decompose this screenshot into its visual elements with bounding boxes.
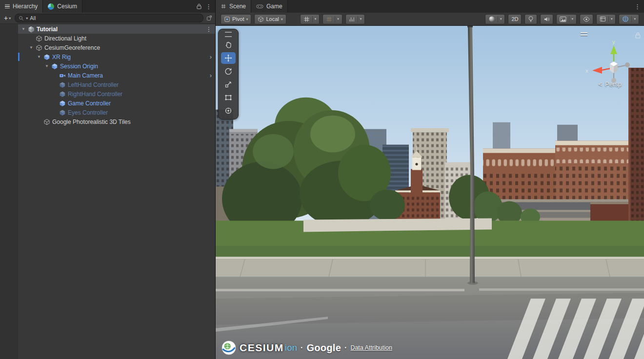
unity-editor-window: Hierarchy Cesium ⋮ + ▾ ▾: [0, 0, 644, 359]
hierarchy-item-cesiumgeoreference[interactable]: ▼CesiumGeoreference: [18, 43, 215, 52]
caret-down-icon[interactable]: ▾: [498, 16, 502, 22]
orientation-gizmo[interactable]: y x: [579, 39, 642, 97]
scene-toolbar: Pivot ▾ Local ▾ ▾ ▾ ▾: [216, 13, 644, 26]
hierarchy-item-label: RightHand Controller: [68, 91, 122, 98]
tab-scene-label: Scene: [229, 3, 246, 10]
search-icon: [19, 16, 24, 21]
view-hand-tool[interactable]: [221, 39, 236, 51]
tab-game-label: Game: [266, 3, 282, 10]
gizmos-dropdown-button[interactable]: ▾: [619, 14, 639, 24]
2d-label: 2D: [511, 16, 518, 22]
hierarchy-toolbar: + ▾ ▾ All: [0, 13, 215, 24]
scale-tool[interactable]: [221, 79, 236, 90]
hierarchy-item-label: XR Rig: [52, 54, 71, 60]
hierarchy-item-game-controller[interactable]: Game Controller: [18, 99, 215, 108]
snap-increment-button[interactable]: ▾: [345, 14, 365, 24]
tab-game[interactable]: Game: [251, 0, 288, 13]
hierarchy-item-xr-rig[interactable]: ▼XR Rig›: [18, 52, 215, 61]
window-popout-icon[interactable]: [206, 15, 212, 21]
panel-menu-icon: [5, 3, 10, 10]
camera-settings-button[interactable]: ▾: [596, 14, 616, 24]
grid-visibility-button[interactable]: ▾: [322, 14, 342, 24]
collapse-arrow-icon[interactable]: ▼: [27, 45, 35, 50]
transform-tool[interactable]: [221, 105, 236, 117]
lock-icon[interactable]: [197, 3, 201, 9]
hierarchy-item-session-origin[interactable]: ▼Session Origin: [18, 61, 215, 71]
data-attribution-link[interactable]: Data Attribution: [350, 344, 392, 351]
tab-scene[interactable]: Scene: [216, 0, 251, 13]
tools-overlay: [218, 29, 239, 120]
grid-snapping-button[interactable]: ▾: [300, 14, 320, 24]
scene-options-kebab-icon[interactable]: ⋮: [206, 26, 212, 33]
scene-viewport[interactable]: y x < Persp: [216, 26, 644, 359]
hierarchy-item-label: Tutorial: [37, 26, 58, 33]
hierarchy-item-directional-light[interactable]: Directional Light: [18, 34, 215, 43]
snap-increment-icon: [349, 16, 355, 22]
hierarchy-item-lefthand-controller[interactable]: LeftHand Controller: [18, 80, 215, 89]
gameobject-cube-icon: [35, 44, 43, 51]
scene-visibility-toggle[interactable]: [580, 14, 593, 24]
overlay-menu-icon[interactable]: [581, 31, 587, 37]
handle-orientation-button[interactable]: Local ▾: [254, 14, 286, 24]
caret-down-icon[interactable]: ▾: [358, 16, 362, 22]
effects-image-icon: [560, 16, 566, 22]
lightbulb-icon: [528, 16, 534, 22]
hierarchy-item-main-camera[interactable]: Main Camera›: [18, 71, 215, 80]
pivot-toggle-button[interactable]: Pivot ▾: [221, 14, 251, 24]
hierarchy-item-tutorial[interactable]: ▼Tutorial⋮: [18, 24, 215, 34]
overlay-drag-handle[interactable]: [225, 32, 232, 37]
prefab-edit-bar: [18, 53, 20, 61]
2d-view-toggle[interactable]: 2D: [508, 14, 522, 24]
tab-cesium[interactable]: Cesium: [43, 0, 82, 13]
collapse-arrow-icon[interactable]: ▼: [20, 27, 27, 31]
gameobject-cube-icon: [43, 118, 51, 125]
caret-down-icon[interactable]: ▾: [335, 16, 339, 22]
kebab-menu-icon[interactable]: ⋮: [205, 3, 212, 10]
move-tool[interactable]: [221, 52, 236, 64]
caret-down-icon: ▾: [9, 16, 11, 20]
tab-hierarchy[interactable]: Hierarchy: [0, 0, 43, 13]
scene-lighting-toggle[interactable]: [524, 14, 537, 24]
caret-down-icon[interactable]: ▾: [569, 16, 573, 22]
collapse-arrow-icon[interactable]: ▼: [35, 55, 43, 59]
hierarchy-item-label: Main Camera: [68, 72, 103, 79]
rotate-tool[interactable]: [221, 65, 236, 77]
separator-dot: ·: [301, 343, 303, 352]
tab-cesium-label: Cesium: [57, 3, 77, 10]
hierarchy-item-eyes-controller[interactable]: Eyes Controller: [18, 108, 215, 117]
collapse-arrow-icon[interactable]: ▼: [43, 64, 51, 68]
effects-toggle-button[interactable]: ▾: [556, 14, 577, 24]
ion-wordmark: ion: [285, 342, 297, 353]
scene-audio-toggle[interactable]: [540, 14, 553, 24]
pivot-label: Pivot: [232, 16, 244, 22]
prefab-open-chevron-icon[interactable]: ›: [210, 53, 212, 60]
search-filter-caret-icon[interactable]: ▾: [26, 16, 28, 20]
camera-overlay-icon: [600, 16, 606, 22]
projection-label[interactable]: < Persp: [598, 80, 622, 88]
separator-dot: ·: [344, 343, 347, 352]
hierarchy-item-label: Eyes Controller: [68, 109, 108, 116]
projection-text: Persp: [605, 80, 622, 88]
create-add-button[interactable]: + ▾: [3, 14, 12, 22]
hierarchy-item-label: Google Photorealistic 3D Tiles: [52, 119, 131, 125]
hierarchy-visibility-gutter: [0, 24, 18, 359]
hierarchy-item-righthand-controller[interactable]: RightHand Controller: [18, 89, 215, 99]
prefab-open-chevron-icon[interactable]: ›: [210, 72, 212, 79]
caret-down-icon[interactable]: ▾: [312, 16, 317, 22]
unity-scene-icon: [27, 25, 35, 33]
google-wordmark: Google: [306, 342, 341, 354]
scene-kebab-menu-icon[interactable]: ⋮: [634, 3, 641, 10]
pivot-icon: [224, 16, 230, 22]
tab-hierarchy-label: Hierarchy: [13, 3, 38, 10]
caret-down-icon[interactable]: ▾: [608, 16, 613, 22]
cesium-logo-icon: [221, 340, 236, 355]
rect-tool[interactable]: [221, 92, 236, 103]
prefab-cube-icon: [51, 62, 59, 70]
hierarchy-item-google-photorealistic-3d-tiles[interactable]: Google Photorealistic 3D Tiles: [18, 117, 215, 126]
camera-icon: [59, 72, 66, 79]
caret-down-icon[interactable]: ▾: [631, 16, 636, 22]
shaded-sphere-icon: [488, 16, 495, 22]
cesium-icon: [48, 3, 54, 10]
hierarchy-search-input[interactable]: ▾ All: [15, 14, 203, 22]
shading-mode-button[interactable]: ▾: [485, 14, 505, 24]
